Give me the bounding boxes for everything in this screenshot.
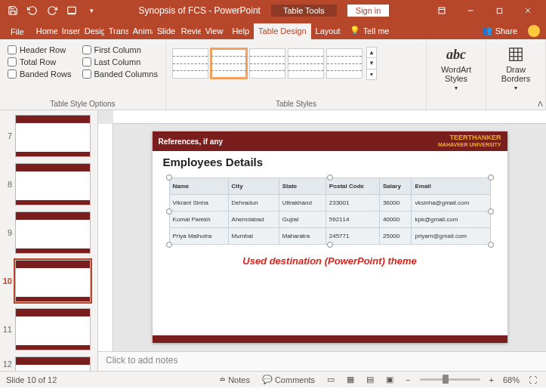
window-title: Synopsis of FCS - PowerPoint Table Tools… — [100, 5, 428, 17]
status-bar: Slide 10 of 12 ≐Notes 💬Comments ▭ ▦ ▤ ▣ … — [0, 371, 546, 387]
tab-file[interactable]: File — [3, 24, 32, 39]
tab-slideshow[interactable]: Slide Show — [153, 23, 177, 39]
zoom-in-icon[interactable]: + — [486, 375, 497, 384]
wordart-styles-button[interactable]: abc WordArt Styles ▾ — [433, 42, 480, 94]
share-label: Share — [495, 26, 517, 35]
gallery-up-icon[interactable]: ▲ — [367, 48, 376, 58]
ribbon-tabs: File Home Insert Design Transitions Anim… — [0, 21, 546, 39]
startfromstart-icon[interactable] — [63, 2, 80, 19]
slide-header-ref: References, if any — [159, 137, 224, 146]
ribbon-options-icon[interactable] — [428, 2, 455, 19]
tell-me-label: Tell me — [363, 26, 390, 35]
tab-insert[interactable]: Insert — [57, 23, 80, 39]
table-style-gallery-scroll[interactable]: ▲▼▾ — [366, 47, 377, 80]
zoom-slider[interactable] — [420, 378, 480, 381]
slide-canvas[interactable]: References, if any TEERTHANKERMAHAVEER U… — [113, 124, 546, 351]
th-email: Email — [412, 178, 490, 195]
slide-header: References, if any TEERTHANKERMAHAVEER U… — [153, 131, 507, 151]
thumb-11[interactable]: 11 — [2, 308, 96, 350]
notes-placeholder: Click to add notes — [106, 355, 177, 366]
table-selection[interactable]: Name City State Postal Code Salary Email… — [169, 177, 491, 245]
feedback-smiley-icon[interactable] — [528, 25, 540, 37]
chk-banded-cols-label: Banded Columns — [94, 69, 158, 79]
workspace: 7 8 9 10 11 12 References, if any TEERTH… — [0, 110, 546, 371]
chk-first-column[interactable]: First Column — [82, 45, 158, 54]
chk-last-col-label: Last Column — [94, 57, 141, 66]
slide-area: References, if any TEERTHANKERMAHAVEER U… — [98, 110, 546, 371]
tell-me[interactable]: 💡 Tell me — [345, 23, 394, 39]
th-postal: Postal Code — [325, 178, 379, 195]
zoom-percent[interactable]: 68% — [503, 375, 520, 384]
table-row: Komal ParekhAhemdabadGujrat59211440000kp… — [169, 211, 490, 228]
table-style-2[interactable] — [211, 48, 247, 79]
save-icon[interactable] — [5, 2, 21, 19]
table-style-1[interactable] — [172, 48, 208, 79]
comments-button[interactable]: 💬Comments — [259, 375, 318, 384]
tab-help[interactable]: Help — [227, 23, 254, 39]
maximize-icon[interactable] — [486, 2, 513, 19]
zoom-out-icon[interactable]: − — [403, 375, 413, 384]
slide-thumbnails-pane[interactable]: 7 8 9 10 11 12 — [0, 110, 98, 371]
sign-in-button[interactable]: Sign in — [347, 5, 390, 17]
thumb-num-11: 11 — [2, 325, 12, 334]
title-bar: ▾ Synopsis of FCS - PowerPoint Table Too… — [0, 0, 546, 21]
ruler-vertical — [98, 124, 113, 351]
th-name: Name — [169, 178, 228, 195]
gallery-more-icon[interactable]: ▾ — [367, 69, 376, 79]
svg-rect-0 — [68, 7, 76, 13]
qat-more-icon[interactable]: ▾ — [83, 2, 100, 19]
share-button[interactable]: 👥 Share — [477, 23, 522, 39]
lightbulb-icon: 💡 — [350, 26, 360, 35]
group-label-table-styles: Table Styles — [172, 98, 420, 108]
chk-header-row-label: Header Row — [20, 45, 66, 54]
draw-borders-button[interactable]: Draw Borders ▾ — [492, 42, 539, 94]
fit-to-window-icon[interactable]: ⛶ — [526, 375, 540, 384]
chk-banded-rows-label: Banded Rows — [20, 69, 72, 79]
table-style-3[interactable] — [249, 48, 285, 79]
chk-banded-rows[interactable]: Banded Rows — [8, 69, 72, 79]
employees-table[interactable]: Name City State Postal Code Salary Email… — [169, 177, 491, 245]
thumb-num-9: 9 — [2, 228, 12, 237]
tab-layout[interactable]: Layout — [311, 23, 345, 39]
table-style-5[interactable] — [326, 48, 362, 79]
minimize-icon[interactable] — [457, 2, 484, 19]
tab-design[interactable]: Design — [80, 23, 104, 39]
thumb-10[interactable]: 10 — [2, 260, 96, 302]
group-wordart: abc WordArt Styles ▾ — [427, 39, 486, 110]
chk-last-column[interactable]: Last Column — [82, 57, 158, 66]
svg-rect-5 — [497, 8, 501, 13]
thumb-7[interactable]: 7 — [2, 115, 96, 157]
view-slideshow-icon[interactable]: ▣ — [383, 375, 396, 384]
thumb-9[interactable]: 9 — [2, 211, 96, 254]
undo-icon[interactable] — [24, 2, 41, 19]
chk-banded-columns[interactable]: Banded Columns — [82, 69, 158, 79]
chk-header-row[interactable]: Header Row — [8, 45, 72, 54]
view-reading-icon[interactable]: ▤ — [363, 375, 377, 384]
tab-home[interactable]: Home — [32, 23, 57, 39]
view-normal-icon[interactable]: ▭ — [324, 375, 338, 384]
chk-total-row[interactable]: Total Row — [8, 57, 72, 66]
view-sorter-icon[interactable]: ▦ — [344, 375, 357, 384]
tab-animations[interactable]: Animations — [128, 23, 153, 39]
notes-button[interactable]: ≐Notes — [216, 375, 253, 384]
document-title: Synopsis of FCS - PowerPoint — [139, 5, 261, 16]
tab-view[interactable]: View — [201, 23, 228, 39]
notes-pane[interactable]: Click to add notes — [98, 351, 546, 371]
comments-icon: 💬 — [262, 375, 273, 384]
group-label-style-options: Table Style Options — [6, 98, 159, 108]
table-style-4[interactable] — [288, 48, 324, 79]
slide[interactable]: References, if any TEERTHANKERMAHAVEER U… — [153, 131, 507, 343]
redo-icon[interactable] — [44, 2, 60, 19]
close-icon[interactable] — [514, 2, 541, 19]
collapse-ribbon-icon[interactable]: ᐱ — [538, 100, 543, 108]
tab-transitions[interactable]: Transitions — [104, 23, 128, 39]
thumb-num-8: 8 — [2, 180, 12, 189]
tab-table-design[interactable]: Table Design — [254, 23, 311, 39]
university-logo-text: TEERTHANKERMAHAVEER UNIVERSITY — [438, 134, 501, 148]
thumb-12[interactable]: 12 — [2, 357, 96, 371]
tab-review[interactable]: Review — [177, 23, 201, 39]
ribbon: Header Row First Column Total Row Last C… — [0, 39, 546, 110]
slide-footer-bar — [153, 335, 507, 343]
thumb-8[interactable]: 8 — [2, 163, 96, 205]
gallery-down-icon[interactable]: ▼ — [367, 58, 376, 69]
